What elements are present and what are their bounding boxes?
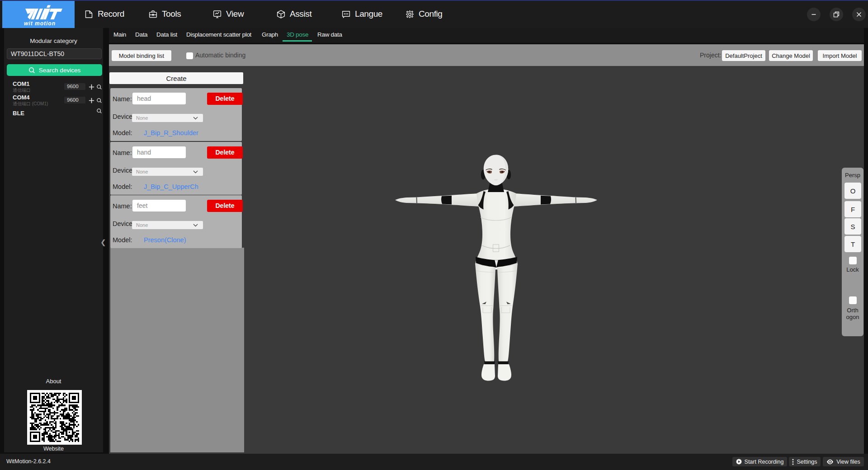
svg-text:wit motion: wit motion <box>24 20 56 27</box>
